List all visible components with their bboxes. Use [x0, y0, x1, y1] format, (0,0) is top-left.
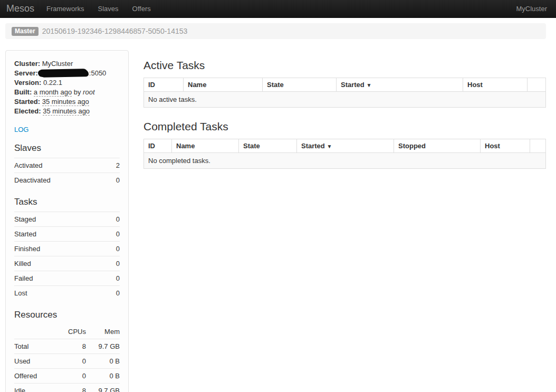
row-value: 0 [106, 227, 120, 242]
resources-row-used: Used 0 0 B [14, 354, 120, 369]
tasks-heading: Tasks [14, 197, 120, 207]
row-mem: 9.7 GB [86, 339, 120, 354]
tasks-row-finished: Finished 0 [14, 242, 120, 256]
tasks-row-killed: Killed 0 [14, 256, 120, 271]
column-header-stopped[interactable]: Stopped [394, 139, 481, 153]
tasks-row-staged: Staged 0 [14, 212, 120, 227]
built-connector: by [74, 88, 81, 96]
server-address-redaction [39, 69, 88, 77]
built-label: Built: [14, 88, 32, 96]
completed-tasks-table: ID Name State Started ▼ Stopped Host No … [143, 139, 546, 169]
row-label: Deactivated [14, 173, 110, 188]
sort-desc-icon: ▼ [327, 144, 332, 149]
row-label: Staged [14, 212, 106, 227]
completed-tasks-title: Completed Tasks [143, 120, 546, 132]
row-value: 0 [106, 271, 120, 286]
row-value: 0 [106, 242, 120, 256]
row-label: Total [14, 339, 56, 354]
resources-row-total: Total 8 9.7 GB [14, 339, 120, 354]
brand-link-mesos[interactable]: Mesos [0, 0, 34, 17]
row-label: Activated [14, 158, 110, 173]
elected-info-line: Elected: 35 minutes ago [14, 107, 120, 116]
row-value: 0 [106, 212, 120, 227]
resources-row-idle: Idle 8 9.7 GB [14, 384, 120, 392]
slaves-heading: Slaves [14, 143, 120, 154]
resources-header-row: CPUs Mem [14, 324, 120, 339]
column-header-id[interactable]: ID [144, 78, 184, 92]
main-content: Active Tasks ID Name State Started ▼ Hos… [143, 50, 546, 169]
active-tasks-table: ID Name State Started ▼ Host No active t… [143, 78, 546, 108]
version-info-line: Version: 0.22.1 [14, 78, 120, 88]
row-value: 0 [106, 256, 120, 271]
row-label: Killed [14, 256, 106, 271]
column-header-state[interactable]: State [239, 139, 297, 153]
resources-table: CPUs Mem Total 8 9.7 GB Used 0 0 B Offer… [14, 324, 120, 392]
elected-label: Elected: [14, 107, 41, 115]
active-tasks-empty-row: No active tasks. [144, 92, 546, 108]
built-user: root [83, 88, 94, 96]
column-header-started[interactable]: Started ▼ [337, 78, 463, 92]
column-header-name[interactable]: Name [172, 139, 239, 153]
row-cpus: 0 [56, 354, 86, 369]
row-mem: 0 B [86, 354, 120, 369]
row-mem: 0 B [86, 369, 120, 384]
column-header-name[interactable]: Name [184, 78, 263, 92]
slaves-row-activated: Activated 2 [14, 158, 120, 173]
server-port: :5050 [89, 69, 107, 77]
version-label: Version: [14, 79, 41, 87]
row-label: Started [14, 227, 106, 242]
row-label: Lost [14, 286, 106, 301]
row-label: Failed [14, 271, 106, 286]
nav-links: Frameworks Slaves Offers [40, 0, 158, 17]
top-navbar: Mesos Frameworks Slaves Offers MyCluster [0, 0, 556, 18]
tasks-row-started: Started 0 [14, 227, 120, 242]
cluster-info-line: Cluster: MyCluster [14, 59, 120, 69]
version-value: 0.22.1 [43, 79, 62, 87]
row-value: 2 [110, 158, 120, 173]
master-badge: Master [12, 27, 39, 36]
sidebar-panel: Cluster: MyCluster Server::5050 Version:… [5, 50, 129, 392]
row-label: Idle [14, 384, 56, 392]
row-cpus: 8 [56, 339, 86, 354]
column-header-host[interactable]: Host [463, 78, 528, 92]
log-link[interactable]: LOG [14, 126, 28, 133]
server-info-line: Server::5050 [14, 69, 120, 78]
column-header-host[interactable]: Host [481, 139, 530, 153]
resources-header-mem: Mem [86, 324, 120, 339]
column-header-state[interactable]: State [263, 78, 337, 92]
page-container: Master 20150619-192346-1298446857-5050-1… [5, 23, 546, 392]
column-header-blank [530, 139, 546, 153]
column-header-started[interactable]: Started ▼ [297, 139, 394, 153]
navbar-cluster-name: MyCluster [516, 0, 547, 17]
sort-desc-icon: ▼ [366, 82, 371, 88]
column-header-id[interactable]: ID [144, 139, 172, 153]
started-info-line: Started: 35 minutes ago [14, 97, 120, 107]
row-mem: 9.7 GB [86, 384, 120, 392]
completed-tasks-empty-row: No completed tasks. [144, 153, 546, 169]
resources-heading: Resources [14, 310, 120, 320]
built-info-line: Built: a month ago by root [14, 88, 120, 97]
empty-message: No active tasks. [144, 92, 546, 108]
built-time: a month ago [34, 88, 72, 97]
cluster-value: MyCluster [42, 60, 73, 68]
server-label: Server: [14, 69, 38, 77]
breadcrumb: Master 20150619-192346-1298446857-5050-1… [5, 23, 546, 39]
empty-message: No completed tasks. [144, 153, 546, 169]
active-tasks-header-row: ID Name State Started ▼ Host [144, 78, 546, 92]
row-label: Offered [14, 369, 56, 384]
column-header-blank [528, 78, 546, 92]
row-value: 0 [106, 286, 120, 301]
nav-item-slaves[interactable]: Slaves [91, 0, 126, 17]
tasks-table: Staged 0 Started 0 Finished 0 Killed 0 F… [14, 212, 120, 300]
started-time: 35 minutes ago [42, 98, 89, 106]
master-id: 20150619-192346-1298446857-5050-14153 [42, 27, 188, 35]
completed-tasks-header-row: ID Name State Started ▼ Stopped Host [144, 139, 546, 153]
slaves-row-deactivated: Deactivated 0 [14, 173, 120, 188]
cluster-label: Cluster: [14, 60, 40, 68]
tasks-row-failed: Failed 0 [14, 271, 120, 286]
active-tasks-title: Active Tasks [143, 59, 546, 71]
row-label: Used [14, 354, 56, 369]
tasks-row-lost: Lost 0 [14, 286, 120, 301]
nav-item-frameworks[interactable]: Frameworks [40, 0, 91, 17]
nav-item-offers[interactable]: Offers [126, 0, 158, 17]
